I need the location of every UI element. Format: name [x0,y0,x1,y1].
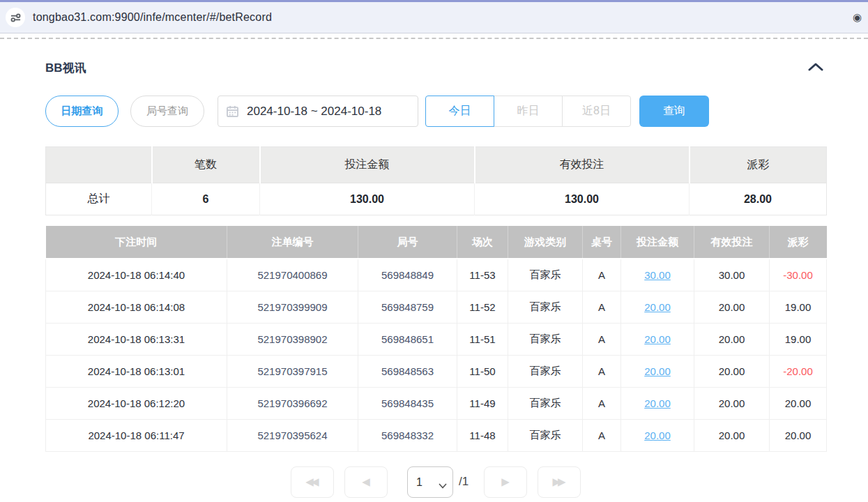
table-cell: 2024-10-18 06:14:08 [46,291,227,323]
table-cell: 19.00 [770,323,827,355]
table-cell: 20.00 [694,387,770,419]
dashed-separator [0,38,868,39]
summary-total-label: 总计 [46,183,152,215]
table-cell: 20.00 [770,419,827,451]
summary-value: 130.00 [475,183,690,215]
screencast-icon[interactable]: ◉ [853,11,862,24]
table-cell: 2024-10-18 06:13:31 [46,323,227,355]
table-cell: 百家乐 [508,323,583,355]
table-cell: 569848651 [358,323,457,355]
table-cell: 2024-10-18 06:13:01 [46,355,227,387]
page-select[interactable]: 1 [408,467,452,497]
bet-amount-link[interactable]: 30.00 [644,269,671,281]
table-cell: 百家乐 [508,419,583,451]
table-cell: 521970398902 [227,323,358,355]
summary-value: 6 [152,183,260,215]
table-cell: 521970396692 [227,387,358,419]
quick-range-group: 今日 昨日 近8日 [425,96,631,127]
summary-column-header [46,147,152,183]
records-column-header: 派彩 [770,226,827,259]
records-column-header: 局号 [358,226,457,259]
summary-column-header: 派彩 [690,147,827,183]
table-cell: 521970400869 [227,259,358,291]
collapse-section-button[interactable] [805,61,826,75]
table-cell: 20.00 [694,323,770,355]
table-cell: 569848435 [358,387,457,419]
table-cell: 百家乐 [508,387,583,419]
bet-amount-link[interactable]: 20.00 [644,429,671,441]
table-cell: A [583,419,621,451]
table-cell: 521970397915 [227,355,358,387]
records-body: 2024-10-18 06:14:40521970400869569848849… [46,259,827,451]
records-column-header: 有效投注 [694,226,770,259]
query-mode-date-button[interactable]: 日期查询 [45,96,119,127]
page-total-label: /1 [459,475,469,489]
search-button[interactable]: 查询 [639,96,709,127]
page-select-wrap: 1 [407,466,453,498]
bet-amount-cell: 20.00 [621,323,694,355]
quick-range-last8days-button[interactable]: 近8日 [562,96,631,127]
table-cell: 2024-10-18 06:11:47 [46,419,227,451]
quick-range-yesterday-button[interactable]: 昨日 [494,96,563,127]
url-text[interactable]: tongbao31.com:9900/infe/mcenter/#/betRec… [33,11,272,24]
table-cell: A [583,387,621,419]
table-cell: 11-51 [457,323,508,355]
table-cell: 20.00 [694,355,770,387]
table-row: 2024-10-18 06:11:47521970395624569848332… [46,419,827,451]
bet-amount-link[interactable]: 20.00 [644,397,671,409]
pagination: ◀◀ ◀ 1 /1 ▶ ▶▶ [45,466,826,498]
last-page-button[interactable]: ▶▶ [538,466,581,498]
bet-amount-cell: 20.00 [621,291,694,323]
records-column-header: 桌号 [583,226,621,259]
table-cell: 11-50 [457,355,508,387]
chevron-up-icon [808,63,823,71]
summary-column-header: 笔数 [152,147,260,183]
table-cell: 2024-10-18 06:14:40 [46,259,227,291]
bet-amount-link[interactable]: 20.00 [644,301,671,313]
table-cell: 20.00 [694,291,770,323]
table-cell: A [583,291,621,323]
calendar-icon [227,105,238,117]
bet-amount-cell: 20.00 [621,419,694,451]
table-cell: 569848563 [358,355,457,387]
table-cell: 569848759 [358,291,457,323]
table-row: 2024-10-18 06:14:08521970399909569848759… [46,291,827,323]
bet-amount-link[interactable]: 20.00 [644,365,671,377]
summary-column-header: 有效投注 [475,147,690,183]
bet-amount-cell: 20.00 [621,387,694,419]
prev-page-button[interactable]: ◀ [344,466,388,498]
site-settings-icon[interactable] [6,8,25,27]
table-cell: -30.00 [770,259,827,291]
table-row: 2024-10-18 06:12:20521970396692569848435… [46,387,827,419]
records-column-header: 游戏类别 [508,226,583,259]
bet-amount-link[interactable]: 20.00 [644,333,671,345]
table-cell: 百家乐 [508,291,583,323]
table-cell: 569848849 [358,259,457,291]
records-column-header: 下注时间 [46,226,227,259]
table-cell: 20.00 [770,387,827,419]
summary-value: 28.00 [690,183,827,215]
table-row: 2024-10-18 06:14:40521970400869569848849… [46,259,827,291]
tune-icon [10,13,21,23]
records-table: 下注时间注单编号局号场次游戏类别桌号投注金额有效投注派彩 2024-10-18 … [45,226,827,452]
table-cell: 30.00 [694,259,770,291]
table-cell: 11-49 [457,387,508,419]
table-row: 2024-10-18 06:13:01521970397915569848563… [46,355,827,387]
summary-total-row: 总计6130.00130.0028.00 [46,183,827,215]
quick-range-today-button[interactable]: 今日 [425,96,494,127]
next-page-button[interactable]: ▶ [484,466,527,498]
query-mode-round-button[interactable]: 局号查询 [130,96,204,127]
table-cell: 20.00 [694,419,770,451]
summary-table: 笔数投注金额有效投注派彩 总计6130.00130.0028.00 [45,146,827,215]
records-header-row: 下注时间注单编号局号场次游戏类别桌号投注金额有效投注派彩 [46,226,827,259]
browser-address-bar[interactable]: tongbao31.com:9900/infe/mcenter/#/betRec… [0,2,868,33]
table-cell: 百家乐 [508,259,583,291]
table-cell: 百家乐 [508,355,583,387]
date-range-value: 2024-10-18 ~ 2024-10-18 [247,105,381,119]
table-cell: 11-53 [457,259,508,291]
table-cell: 19.00 [770,291,827,323]
first-page-button[interactable]: ◀◀ [291,466,334,498]
table-cell: 2024-10-18 06:12:20 [46,387,227,419]
table-cell: A [583,259,621,291]
date-range-input[interactable]: 2024-10-18 ~ 2024-10-18 [218,96,418,127]
